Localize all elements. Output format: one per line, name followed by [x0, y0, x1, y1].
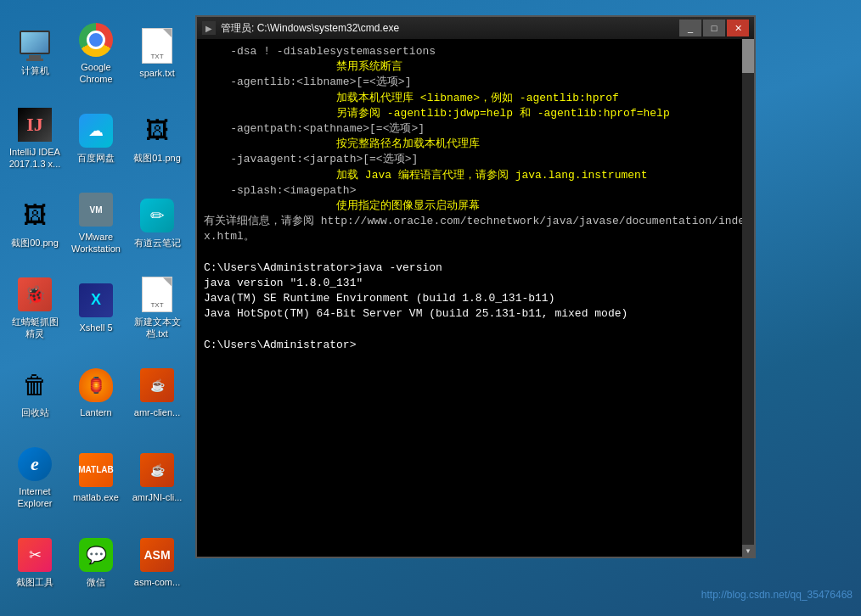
icon-label-jietu2: 截图工具 [16, 577, 53, 588]
cmd-line: 加载本机代理库 <libname>，例如 -agentlib:hprof [204, 91, 747, 106]
desktop: 计算机 GoogleChrome TXT spark.txt IJ Intell… [0, 0, 195, 616]
desktop-icon-computer[interactable]: 计算机 [4, 13, 65, 93]
cmd-controls: _ □ ✕ [679, 20, 749, 36]
desktop-icon-baidu[interactable]: ☁ 百度网盘 [65, 98, 127, 178]
chrome-icon [77, 21, 115, 59]
icon-label-amrjni: amrJNI-cli... [132, 492, 183, 503]
cmd-line: C:\Users\Administrator>java -version [204, 260, 747, 276]
icon-label-computer: 计算机 [21, 65, 49, 76]
cmd-line: -dsa ! -disablesystemassertions [204, 44, 747, 59]
desktop-icon-jietu01[interactable]: 🖼 截图01.png [127, 98, 188, 178]
wechat-icon: 💬 [77, 536, 115, 574]
hongman-icon: 🐞 [16, 276, 53, 313]
lantern-icon: 🏮 [77, 367, 115, 404]
desktop-icon-recycle[interactable]: 🗑 回收站 [4, 352, 65, 433]
cmd-line: 禁用系统断言 [204, 59, 747, 75]
scrollbar-thumb[interactable] [742, 39, 754, 73]
desktop-icon-lantern[interactable]: 🏮 Lantern [65, 352, 127, 433]
cmd-line [204, 322, 747, 337]
close-button[interactable]: ✕ [727, 20, 749, 36]
icon-label-asm: asm-com... [134, 577, 180, 588]
desktop-icon-amrclient[interactable]: ☕ amr-clien... [127, 352, 188, 433]
cmd-line: C:\Users\Administrator> [204, 338, 747, 353]
spark-txt-icon: TXT [138, 27, 176, 64]
asm-icon: ASM [138, 536, 176, 574]
cmd-line: Java HotSpot(TM) 64-Bit Server VM (build… [204, 306, 747, 322]
desktop-icon-matlab[interactable]: MATLAB matlab.exe [65, 437, 127, 518]
cmd-line: 加载 Java 编程语言代理，请参阅 java.lang.instrument [204, 168, 747, 183]
icon-label-chrome: GoogleChrome [79, 62, 112, 84]
maximize-button[interactable]: □ [703, 20, 725, 36]
icon-label-ie: InternetExplorer [18, 486, 53, 508]
cmd-line [204, 244, 747, 260]
cmd-window: ▶ 管理员: C:\Windows\system32\cmd.exe _ □ ✕… [195, 15, 756, 558]
desktop-icon-chrome[interactable]: GoogleChrome [65, 13, 127, 93]
cmd-line: 有关详细信息，请参阅 http://www.oracle.com/technet… [204, 214, 747, 244]
cmd-line: 使用指定的图像显示启动屏幕 [204, 199, 747, 214]
scroll-down-arrow[interactable]: ▼ [742, 545, 754, 557]
icon-label-matlab: matlab.exe [73, 492, 119, 503]
icon-label-jietu01: 截图01.png [133, 153, 181, 164]
youdao-icon: ✏ [138, 197, 176, 234]
computer-icon [18, 30, 52, 62]
icon-label-youdao: 有道云笔记 [134, 238, 181, 249]
jietu01-icon: 🖼 [138, 112, 176, 149]
ie-icon: e [16, 445, 53, 483]
desktop-icon-spark[interactable]: TXT spark.txt [127, 13, 188, 93]
recycle-icon: 🗑 [16, 367, 53, 404]
icon-label-hongman: 红蜻蜓抓图精灵 [12, 316, 59, 339]
cmd-line: -splash:<imagepath> [204, 183, 747, 199]
cmd-title: 管理员: C:\Windows\system32\cmd.exe [221, 21, 679, 36]
icon-label-newtxt: 新建文本文档.txt [134, 316, 181, 339]
icon-label-jietu00: 截图00.png [11, 238, 59, 249]
scrollbar[interactable]: ▼ [742, 39, 754, 557]
jietu00-icon: 🖼 [16, 197, 53, 234]
cmd-titlebar[interactable]: ▶ 管理员: C:\Windows\system32\cmd.exe _ □ ✕ [197, 17, 754, 39]
icon-label-vmware: VMwareWorkstation [71, 232, 121, 254]
desktop-icon-ie[interactable]: e InternetExplorer [4, 437, 65, 518]
icon-label-amrclient: amr-clien... [134, 407, 180, 418]
amrclient-icon: ☕ [138, 367, 176, 404]
cmd-line: -agentlib:<libname>[=<选项>] [204, 75, 747, 90]
desktop-icon-hongman[interactable]: 🐞 红蜻蜓抓图精灵 [4, 267, 65, 348]
matlab-icon: MATLAB [77, 451, 115, 489]
icon-label-idea: IntelliJ IDEA2017.1.3 x... [9, 147, 61, 169]
desktop-icon-vmware[interactable]: VM VMwareWorkstation [65, 182, 127, 263]
icon-grid: 计算机 GoogleChrome TXT spark.txt IJ Intell… [0, 8, 195, 611]
jietu2-icon: ✂ [16, 536, 53, 574]
cmd-content[interactable]: -dsa ! -disablesystemassertions 禁用系统断言 -… [197, 39, 754, 557]
cmd-line: java version "1.8.0_131" [204, 276, 747, 291]
cmd-line: -javaagent:<jarpath>[=<选项>] [204, 152, 747, 167]
desktop-icon-idea[interactable]: IJ IntelliJ IDEA2017.1.3 x... [4, 98, 65, 178]
xshell-icon: X [77, 282, 115, 319]
cmd-line: -agentpath:<pathname>[=<选项>] [204, 121, 747, 137]
baidu-icon: ☁ [77, 112, 115, 149]
desktop-icon-youdao[interactable]: ✏ 有道云笔记 [127, 182, 188, 263]
cmd-line: 另请参阅 -agentlib:jdwp=help 和 -agentlib:hpr… [204, 106, 747, 121]
desktop-icon-jietu00[interactable]: 🖼 截图00.png [4, 182, 65, 263]
icon-label-wechat: 微信 [87, 577, 105, 588]
amrjni-icon: ☕ [138, 451, 176, 489]
intellij-icon: IJ [16, 106, 53, 143]
icon-label-lantern: Lantern [80, 407, 111, 418]
icon-label-xshell: Xshell 5 [79, 322, 112, 333]
desktop-icon-wechat[interactable]: 💬 微信 [65, 522, 127, 602]
icon-label-recycle: 回收站 [21, 407, 49, 418]
icon-label-spark: spark.txt [139, 68, 175, 79]
vmware-icon: VM [77, 191, 115, 228]
desktop-icon-xshell[interactable]: X Xshell 5 [65, 267, 127, 348]
desktop-icon-amrjni[interactable]: ☕ amrJNI-cli... [127, 437, 188, 518]
cmd-line: 按完整路径名加载本机代理库 [204, 137, 747, 152]
newtxt-icon: TXT [138, 276, 176, 313]
cmd-line: Java(TM) SE Runtime Environment (build 1… [204, 291, 747, 306]
cmd-window-icon: ▶ [202, 21, 216, 35]
icon-label-baidu: 百度网盘 [77, 153, 115, 164]
desktop-icon-jietu2[interactable]: ✂ 截图工具 [4, 522, 65, 602]
desktop-icon-newtxt[interactable]: TXT 新建文本文档.txt [127, 267, 188, 348]
watermark: http://blog.csdn.net/qq_35476468 [701, 589, 853, 601]
minimize-button[interactable]: _ [679, 20, 701, 36]
desktop-icon-asm[interactable]: ASM asm-com... [127, 522, 188, 602]
